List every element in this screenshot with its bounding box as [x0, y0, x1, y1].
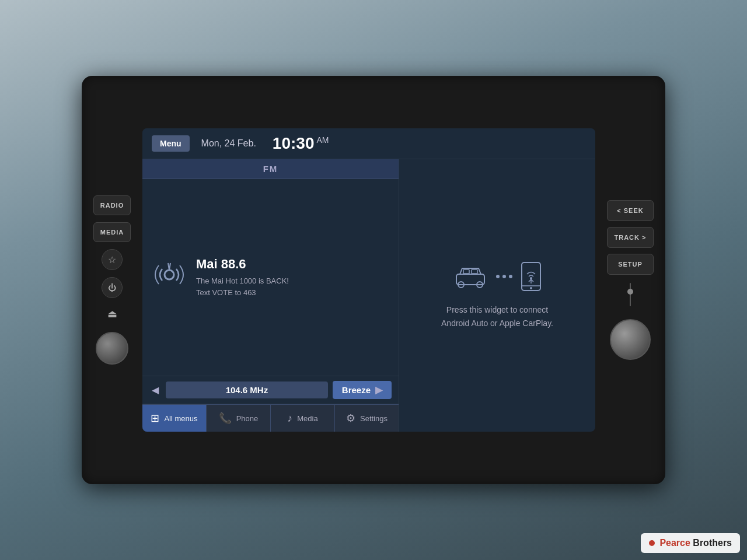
seek-button[interactable]: < SEEK — [607, 200, 654, 221]
power-button[interactable]: ⏻ — [102, 277, 123, 298]
svg-point-8 — [530, 287, 532, 289]
station-name: Mai 88.6 — [196, 257, 289, 272]
nav-settings[interactable]: ⚙ Settings — [335, 405, 399, 432]
time-display: 10:30AM — [273, 134, 329, 153]
fm-tab[interactable]: FM — [142, 159, 399, 179]
car-icon — [452, 264, 489, 289]
right-slider — [630, 283, 631, 306]
setup-button[interactable]: SETUP — [607, 254, 654, 275]
svg-rect-5 — [472, 270, 477, 274]
smartphone-icon — [519, 261, 543, 292]
settings-icon: ⚙ — [346, 412, 355, 425]
nav-all-menus[interactable]: ⊞ All menus — [142, 405, 207, 432]
music-icon: ♪ — [287, 412, 292, 425]
svg-rect-4 — [463, 270, 469, 274]
media-button[interactable]: MEDIA — [93, 222, 131, 242]
phone-icon: 📞 — [219, 412, 232, 425]
nav-phone[interactable]: 📞 Phone — [207, 405, 271, 432]
radio-panel: FM Mai 88.6 — [142, 159, 399, 432]
frequency-display: 104.6 MHz — [166, 382, 328, 398]
grid-icon: ⊞ — [151, 412, 159, 425]
top-bar: Menu Mon, 24 Feb. 10:30AM — [142, 128, 595, 159]
station-info: Mai 88.6 The Mai Hot 1000 is BACK! Text … — [142, 179, 399, 376]
svg-point-0 — [165, 270, 174, 279]
carplay-icons — [452, 261, 543, 292]
nav-media-label: Media — [297, 414, 317, 423]
left-controls: RADIO MEDIA ☆ ⏻ ⏏ — [93, 195, 135, 365]
infotainment-unit: RADIO MEDIA ☆ ⏻ ⏏ Menu Mon, 24 Feb. 10:3… — [82, 76, 665, 484]
nav-settings-label: Settings — [360, 414, 388, 423]
eject-button[interactable]: ⏏ — [107, 307, 117, 320]
freq-prev-button[interactable]: ◀ — [149, 384, 161, 396]
track-button[interactable]: TRACK > — [607, 227, 654, 248]
station-desc-line2: Text VOTE to 463 — [196, 287, 289, 299]
menu-button[interactable]: Menu — [152, 135, 190, 152]
radio-button[interactable]: RADIO — [93, 195, 131, 215]
wm-dot-icon — [649, 540, 655, 546]
station-text: Mai 88.6 The Mai Hot 1000 is BACK! Text … — [196, 257, 289, 298]
preset-button[interactable]: Breeze ▶ — [333, 381, 392, 399]
watermark: Pearce Brothers — [641, 533, 740, 553]
nav-all-menus-label: All menus — [164, 414, 197, 423]
right-controls: < SEEK TRACK > SETUP — [602, 200, 654, 360]
carplay-panel[interactable]: Press this widget to connect Android Aut… — [399, 159, 595, 432]
date-display: Mon, 24 Feb. — [201, 138, 256, 149]
bottom-nav: ⊞ All menus 📞 Phone ♪ Media ⚙ Settings — [142, 404, 399, 432]
favorites-button[interactable]: ☆ — [102, 249, 123, 270]
svg-rect-6 — [522, 262, 540, 290]
frequency-row: ◀ 104.6 MHz Breeze ▶ — [142, 376, 399, 404]
tuner-knob[interactable] — [610, 319, 651, 360]
main-screen: Menu Mon, 24 Feb. 10:30AM FM — [142, 128, 595, 432]
nav-media[interactable]: ♪ Media — [271, 405, 335, 432]
svg-rect-1 — [456, 274, 484, 285]
station-desc-line1: The Mai Hot 1000 is BACK! — [196, 275, 289, 287]
preset-next-icon: ▶ — [375, 384, 382, 396]
carplay-text: Press this widget to connect Android Aut… — [441, 303, 553, 330]
main-content: FM Mai 88.6 — [142, 159, 595, 432]
volume-knob[interactable] — [96, 332, 128, 365]
brand-name: Pearce Brothers — [659, 538, 732, 548]
antenna-icon — [152, 257, 187, 298]
connection-dots — [496, 275, 512, 278]
nav-phone-label: Phone — [236, 414, 259, 423]
